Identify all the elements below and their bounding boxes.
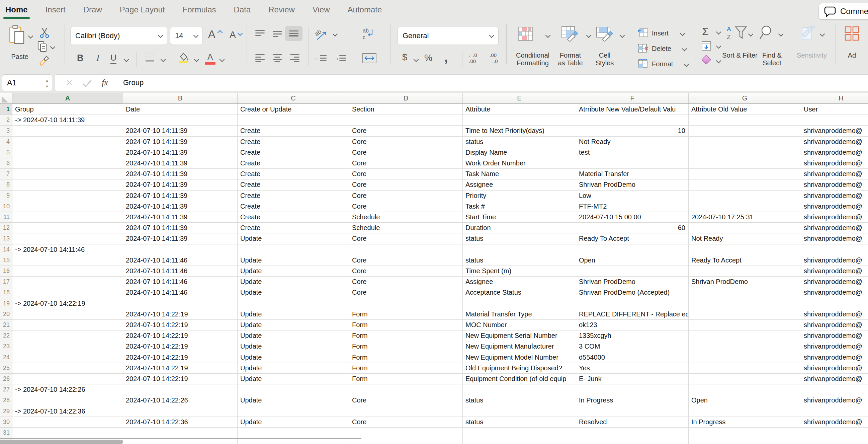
cell-D23[interactable]: Form <box>349 341 463 352</box>
cell-H31[interactable] <box>801 427 868 438</box>
cell-D9[interactable]: Core <box>349 190 463 201</box>
cell-G30[interactable]: In Progress <box>689 417 801 427</box>
cell-H28[interactable]: shrivanproddemo@ <box>801 395 868 406</box>
cell-D5[interactable]: Core <box>349 147 463 158</box>
cell-D16[interactable]: Core <box>349 266 463 276</box>
cell-A7[interactable] <box>12 169 123 179</box>
row-header-19[interactable]: 19 <box>0 298 12 309</box>
enter-check-icon[interactable] <box>82 80 92 87</box>
cell-B1[interactable]: Date <box>123 104 238 115</box>
fill-down-button[interactable] <box>701 41 711 52</box>
cell-H15[interactable]: shrivanproddemo@ <box>801 255 868 266</box>
cell-C5[interactable]: Create <box>238 147 349 158</box>
cell-E13[interactable]: status <box>463 233 576 244</box>
cell-H11[interactable]: shrivanproddemo@ <box>801 212 868 223</box>
cell-E11[interactable]: Start Time <box>463 212 576 223</box>
decrease-indent-button[interactable]: ← <box>314 53 327 64</box>
cell-G7[interactable] <box>689 169 801 179</box>
cell-B31[interactable] <box>123 427 238 438</box>
cell-C26[interactable]: Update <box>238 374 349 384</box>
comments-button[interactable]: Comme <box>819 3 868 20</box>
cell-D7[interactable]: Core <box>349 169 463 179</box>
cell-F1[interactable]: Atrribute New Value/Default Valu <box>576 104 689 115</box>
cell-D12[interactable]: Schedule <box>349 223 463 233</box>
cell-C7[interactable]: Create <box>238 169 349 179</box>
cell-A27[interactable]: -> 2024-07-10 14:22:26 <box>12 384 123 395</box>
cell-G31[interactable] <box>689 427 801 438</box>
cell-D28[interactable]: Core <box>349 395 463 406</box>
cell-A2[interactable]: -> 2024-07-10 14:11:39 <box>12 115 123 125</box>
cell-F25[interactable]: Yes <box>576 363 689 374</box>
cell-A30[interactable] <box>12 417 123 427</box>
cell-F28[interactable]: In Progress <box>576 395 689 406</box>
cell-H4[interactable]: shrivanproddemo@ <box>801 137 868 147</box>
cell-E27[interactable] <box>463 384 576 395</box>
paste-button[interactable] <box>9 25 25 46</box>
paste-chevron-icon[interactable] <box>28 33 33 39</box>
cell-B12[interactable]: 2024-07-10 14:11:39 <box>123 223 238 233</box>
clear-button[interactable] <box>701 55 711 65</box>
cell-A18[interactable] <box>12 287 123 298</box>
cell-B29[interactable] <box>123 406 238 417</box>
cell-D30[interactable]: Core <box>349 417 463 427</box>
cell-H18[interactable]: shrivanproddemo@ <box>801 287 868 298</box>
row-header-15[interactable]: 15 <box>0 255 12 266</box>
tab-page-layout[interactable]: Page Layout <box>120 5 165 14</box>
cell-D22[interactable]: Form <box>349 330 463 341</box>
cell-G24[interactable] <box>689 352 801 363</box>
cell-F16[interactable] <box>576 266 689 276</box>
cell-F31[interactable] <box>576 427 689 438</box>
cell-B2[interactable] <box>123 115 238 125</box>
increase-indent-button[interactable]: → <box>333 53 347 64</box>
row-header-2[interactable]: 2 <box>0 115 12 125</box>
borders-button[interactable] <box>145 52 155 63</box>
cell-D18[interactable]: Core <box>349 287 463 298</box>
cell-G3[interactable] <box>689 125 801 136</box>
decrease-font-button[interactable]: A <box>229 29 236 40</box>
cell-A24[interactable] <box>12 352 123 363</box>
cell-E9[interactable]: Priority <box>463 190 576 201</box>
cell-H12[interactable]: shrivanproddemo@ <box>801 223 868 233</box>
cell-F3[interactable]: 10 <box>576 125 689 136</box>
cell-B28[interactable]: 2024-07-10 14:22:26 <box>123 395 238 406</box>
cell-G25[interactable] <box>689 363 801 374</box>
cell-A12[interactable] <box>12 223 123 233</box>
cell-E24[interactable]: New Equipment Model Number <box>463 352 576 363</box>
cell-H25[interactable]: shrivanproddemo@ <box>801 363 868 374</box>
cell-C1[interactable]: Create or Update <box>238 104 349 115</box>
column-header-C[interactable]: C <box>238 93 349 103</box>
cell-C4[interactable]: Create <box>238 137 349 147</box>
cell-B9[interactable]: 2024-07-10 14:11:39 <box>123 190 238 201</box>
row-header-5[interactable]: 5 <box>0 147 12 158</box>
cell-G2[interactable] <box>689 115 801 125</box>
tab-data[interactable]: Data <box>234 5 251 14</box>
cell-E17[interactable]: Assignee <box>463 276 576 287</box>
cancel-icon[interactable]: × <box>66 74 72 90</box>
bold-button[interactable]: B <box>77 53 84 63</box>
sensitivity-button[interactable] <box>800 25 816 43</box>
cell-D21[interactable]: Form <box>349 320 463 330</box>
cell-A25[interactable] <box>12 363 123 374</box>
cell-H23[interactable]: shrivanproddemo@ <box>801 341 868 352</box>
cell-H3[interactable]: shrivanproddemo@ <box>801 125 868 136</box>
cell-G18[interactable] <box>689 287 801 298</box>
cell-C32[interactable] <box>238 438 349 444</box>
cell-G14[interactable] <box>689 244 801 255</box>
cell-B7[interactable]: 2024-07-10 14:11:39 <box>123 169 238 179</box>
cell-D4[interactable]: Core <box>349 137 463 147</box>
cell-D26[interactable]: Form <box>349 374 463 384</box>
cell-E25[interactable]: Old Equipment Being Disposed? <box>463 363 576 374</box>
cell-B6[interactable]: 2024-07-10 14:11:39 <box>123 158 238 169</box>
cell-A9[interactable] <box>12 190 123 201</box>
cell-D1[interactable]: Section <box>349 104 463 115</box>
cell-C24[interactable]: Update <box>238 352 349 363</box>
borders-chevron-icon[interactable] <box>161 57 166 62</box>
cell-C11[interactable]: Create <box>238 212 349 223</box>
cell-E29[interactable] <box>463 406 576 417</box>
cell-A20[interactable] <box>12 309 123 320</box>
cell-F8[interactable]: Shrivan ProdDemo <box>576 179 689 190</box>
row-header-22[interactable]: 22 <box>0 330 12 341</box>
name-box[interactable]: A1 ▲ ▼ <box>2 74 52 91</box>
cell-H14[interactable] <box>801 244 868 255</box>
cell-F7[interactable]: Material Transfer <box>576 169 689 179</box>
